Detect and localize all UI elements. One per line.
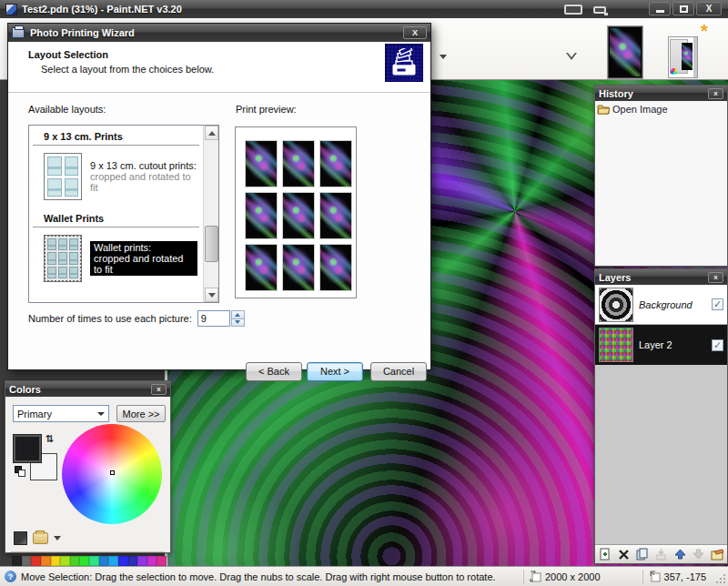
palette-swatch[interactable] xyxy=(70,556,80,566)
palette-swatch[interactable] xyxy=(108,556,118,566)
palette-swatch[interactable] xyxy=(89,556,99,566)
unsaved-indicator-star-icon: * xyxy=(701,25,708,36)
wizard-close-button[interactable]: X xyxy=(403,26,427,39)
palette-swatch[interactable] xyxy=(31,556,41,566)
next-button[interactable]: Next > xyxy=(307,362,363,381)
resize-grip[interactable] xyxy=(715,573,726,584)
listbox-scrollbar[interactable] xyxy=(203,126,218,302)
layer-visible-checkbox[interactable]: ✓ xyxy=(712,339,723,351)
palette-menu-icon[interactable] xyxy=(33,532,48,544)
palette-swatch[interactable] xyxy=(22,556,32,566)
layout-item-wallet[interactable]: Wallet prints: cropped and rotated to fi… xyxy=(29,227,203,289)
layout-thumb-wallet xyxy=(44,235,82,282)
color-target-select[interactable]: Primary xyxy=(13,405,109,422)
move-layer-up-button[interactable] xyxy=(672,547,687,561)
layer-name: Background xyxy=(639,299,706,310)
history-panel-title: History xyxy=(599,88,708,99)
maximize-button[interactable] xyxy=(672,2,694,15)
layout-group-header: 9 x 13 cm. Prints xyxy=(29,126,203,144)
colors-panel-titlebar[interactable]: Colors x xyxy=(5,381,170,397)
palette-swatch[interactable] xyxy=(118,556,128,566)
palette-swatch[interactable] xyxy=(128,556,138,566)
alpha-swatch-icon[interactable] xyxy=(14,531,27,545)
count-row: Number of times to use each picture: 9 xyxy=(28,310,245,327)
cancel-button[interactable]: Cancel xyxy=(370,362,427,381)
scrollbar-thumb[interactable] xyxy=(205,226,218,262)
history-item[interactable]: Open Image xyxy=(597,103,725,115)
chevron-down-icon xyxy=(97,412,105,416)
image-tab-active[interactable] xyxy=(608,26,642,78)
layer-row-layer2[interactable]: Layer 2 ✓ xyxy=(595,325,727,365)
spinner-down-button[interactable] xyxy=(232,318,244,327)
print-preview-page xyxy=(235,126,357,298)
image-thumbnail-detail xyxy=(682,43,693,70)
layer-properties-button[interactable] xyxy=(710,547,724,561)
wizard-titlebar[interactable]: Photo Printing Wizard X xyxy=(8,24,430,42)
layer-thumbnail xyxy=(599,328,633,362)
duplicate-layer-button[interactable] xyxy=(635,547,650,561)
image-thumbnail-scrollbar xyxy=(693,37,697,78)
layers-panel: Layers x Background ✓ Layer 2 ✓ xyxy=(594,268,728,564)
image-tab-other[interactable] xyxy=(668,36,698,78)
wizard-subheading: Select a layout from the choices below. xyxy=(41,64,214,75)
layers-panel-titlebar[interactable]: Layers x xyxy=(595,269,727,285)
palette-swatch[interactable] xyxy=(41,556,51,566)
back-button[interactable]: < Back xyxy=(246,362,302,381)
layout-item-title: 9 x 13 cm. cutout prints: xyxy=(90,160,197,171)
colors-panel-title: Colors xyxy=(9,384,151,395)
history-close-button[interactable]: x xyxy=(708,88,723,99)
print-preview-photo xyxy=(282,244,315,291)
scroll-down-button[interactable] xyxy=(205,288,218,302)
close-button[interactable]: X xyxy=(696,2,722,15)
count-input[interactable]: 9 xyxy=(197,310,230,327)
swap-colors-icon[interactable]: ⇅ xyxy=(46,433,54,445)
layer-row-background[interactable]: Background ✓ xyxy=(595,285,727,325)
move-layer-down-button[interactable] xyxy=(692,547,706,561)
palette-swatch[interactable] xyxy=(137,556,147,566)
colors-close-button[interactable]: x xyxy=(151,384,167,395)
print-preview-photo xyxy=(319,192,352,239)
layers-close-button[interactable]: x xyxy=(708,272,723,283)
delete-layer-button[interactable] xyxy=(617,547,632,561)
toolbar-overflow-icon[interactable] xyxy=(440,55,447,59)
status-separator xyxy=(523,570,524,584)
wizard-printer-small-icon xyxy=(12,27,25,38)
palette-menu-chevron-icon[interactable] xyxy=(54,536,61,541)
main-titlebar[interactable]: Test2.pdn (31%) - Paint.NET v3.20 X xyxy=(0,0,728,18)
palette-swatch[interactable] xyxy=(99,556,109,566)
minimize-button[interactable] xyxy=(649,2,671,15)
palette-swatch[interactable] xyxy=(157,556,167,566)
layer-visible-checkbox[interactable]: ✓ xyxy=(712,298,723,310)
wizard-title: Photo Printing Wizard xyxy=(30,27,403,38)
spinner-up-button[interactable] xyxy=(232,311,244,318)
print-preview-photo xyxy=(319,244,352,291)
cursor-position-icon xyxy=(649,571,661,582)
more-button[interactable]: More >> xyxy=(116,405,166,422)
palette-swatch[interactable] xyxy=(79,556,89,566)
minimize-icon xyxy=(656,10,664,13)
layers-panel-title: Layers xyxy=(599,272,708,283)
palette-swatch[interactable] xyxy=(60,556,70,566)
photo-printing-wizard-dialog: Photo Printing Wizard X Layout Selection… xyxy=(7,23,431,370)
wizard-header: Layout Selection Select a layout from th… xyxy=(8,42,430,93)
paint-net-window: Test2.pdn (31%) - Paint.NET v3.20 X * Hi… xyxy=(0,0,728,586)
palette-swatch[interactable] xyxy=(51,556,61,566)
reset-colors-icon[interactable] xyxy=(15,466,25,477)
history-panel-titlebar[interactable]: History x xyxy=(595,86,727,101)
app-icon xyxy=(5,4,17,15)
layout-item-text: 9 x 13 cm. cutout prints: cropped and ro… xyxy=(90,160,197,193)
color-wheel[interactable] xyxy=(62,424,162,524)
palette-swatch[interactable] xyxy=(12,556,22,566)
available-layouts-listbox: 9 x 13 cm. Prints 9 x 13 cm. cutout prin… xyxy=(28,125,219,303)
layers-list: Background ✓ Layer 2 ✓ xyxy=(595,285,727,544)
scroll-up-button[interactable] xyxy=(205,126,218,140)
add-layer-button[interactable] xyxy=(598,547,612,561)
layout-item-cutout[interactable]: 9 x 13 cm. cutout prints: cropped and ro… xyxy=(29,146,203,207)
image-list-dropdown-icon[interactable] xyxy=(566,53,577,60)
merge-layer-down-button[interactable] xyxy=(654,547,669,561)
palette-swatch[interactable] xyxy=(147,556,157,566)
history-panel: History x Open Image xyxy=(594,85,728,267)
window-float-small-icon xyxy=(593,6,606,14)
primary-color-swatch[interactable] xyxy=(14,435,41,462)
image-thumbnail-fractal xyxy=(610,28,641,76)
